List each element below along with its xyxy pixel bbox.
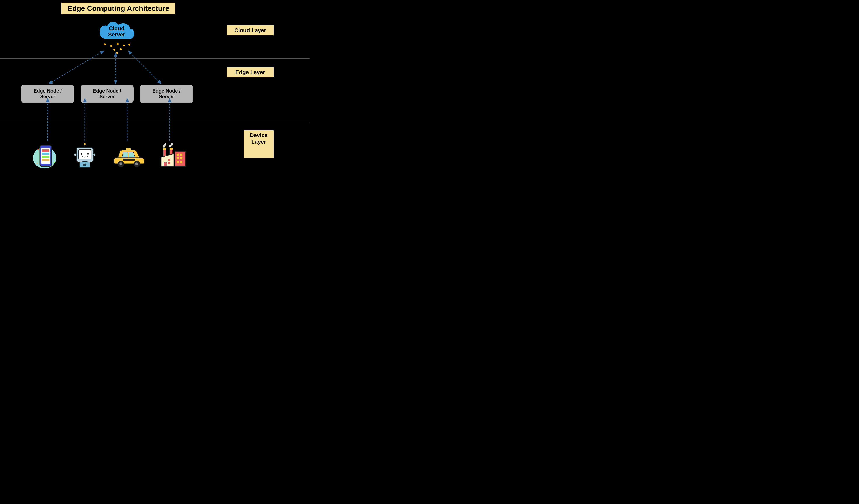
cloud-label-line1: Cloud (109, 25, 124, 32)
svg-rect-50 (180, 161, 182, 163)
cloud-server-node: Cloud Server (93, 19, 140, 42)
svg-rect-12 (42, 156, 49, 158)
svg-point-21 (87, 153, 89, 154)
svg-rect-38 (163, 148, 166, 150)
svg-rect-47 (177, 157, 179, 159)
layer-divider-2 (0, 122, 310, 122)
layer-label-edge: Edge Layer (227, 67, 273, 77)
smartphone-app-icon: ✦ ✦ (30, 142, 59, 170)
svg-text:✦: ✦ (36, 162, 39, 165)
svg-point-15 (54, 152, 55, 153)
edge-node-3: Edge Node / Server (140, 85, 193, 103)
svg-line-0 (49, 51, 104, 84)
svg-rect-13 (42, 159, 49, 161)
svg-rect-10 (42, 149, 49, 152)
svg-point-34 (164, 143, 166, 146)
layer-divider-1 (0, 58, 310, 59)
svg-point-14 (37, 149, 39, 150)
svg-point-30 (119, 162, 122, 165)
edge-node-2: Edge Node / Server (80, 85, 134, 103)
svg-rect-28 (123, 159, 135, 161)
cloud-label-line2: Server (108, 31, 125, 38)
svg-text:AI: AI (83, 163, 86, 166)
svg-rect-42 (168, 159, 170, 161)
ai-robot-icon: AI (69, 142, 99, 170)
diagram-title: Edge Computing Architecture (61, 2, 175, 14)
svg-rect-49 (177, 161, 179, 163)
cloud-icon: Cloud Server (96, 19, 137, 42)
svg-rect-11 (42, 153, 49, 155)
svg-point-23 (93, 153, 96, 156)
svg-point-22 (74, 153, 77, 156)
svg-rect-45 (177, 154, 179, 156)
svg-rect-46 (180, 154, 182, 156)
svg-point-36 (171, 143, 173, 145)
cloud-rain-dots-icon (102, 42, 132, 53)
svg-rect-40 (170, 148, 172, 150)
factory-icon (158, 142, 188, 170)
svg-rect-43 (168, 162, 170, 164)
svg-rect-48 (180, 157, 182, 159)
svg-point-32 (135, 162, 138, 165)
edge-node-1: Edge Node / Server (21, 85, 74, 103)
layer-label-cloud: Cloud Layer (227, 26, 273, 35)
layer-label-device: Device Layer (244, 130, 273, 158)
svg-text:✦: ✦ (53, 161, 56, 164)
taxi-car-icon (111, 142, 141, 170)
svg-line-2 (128, 51, 161, 84)
svg-point-25 (84, 143, 86, 145)
svg-rect-41 (164, 162, 167, 166)
svg-point-20 (81, 153, 82, 154)
